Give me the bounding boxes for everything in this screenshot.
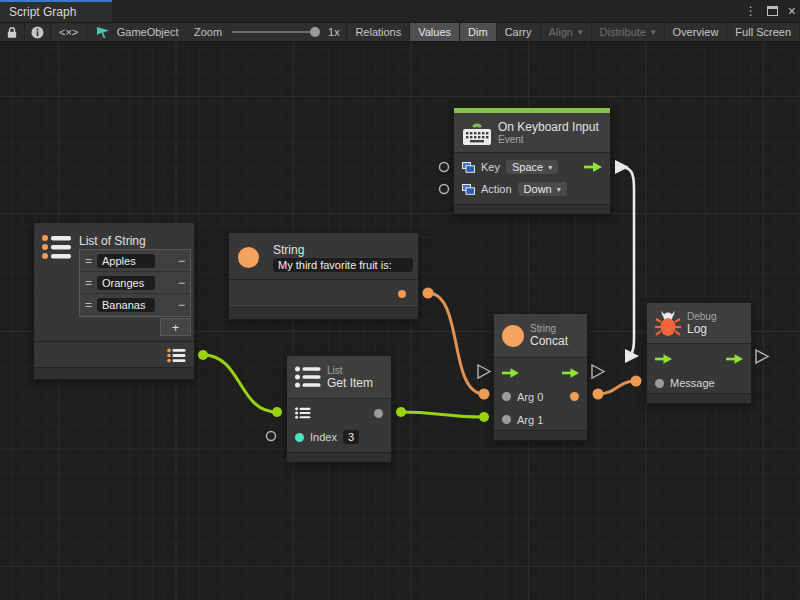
port-list-output[interactable] [198, 350, 208, 360]
add-item-button[interactable]: + [160, 318, 191, 336]
key-dropdown[interactable]: Space [506, 160, 558, 174]
node-get-item[interactable]: List Get Item Index 3 [286, 355, 392, 463]
zoom-slider-handle[interactable] [310, 27, 320, 37]
node-string-literal[interactable]: String My third favorite fruit is: [228, 232, 419, 320]
list-item-field[interactable]: Oranges [97, 276, 155, 290]
drag-handle[interactable]: = [85, 254, 92, 268]
bug-icon [655, 309, 681, 337]
gameobject-reference[interactable]: GameObject [90, 23, 185, 41]
key-label: Key [481, 161, 500, 173]
align-dropdown[interactable]: Align [541, 23, 592, 41]
list-icon-orange [42, 234, 72, 260]
port-keyboard-key-in[interactable] [440, 163, 449, 172]
node-log[interactable]: Debug Log Message [646, 302, 752, 404]
port-getitem-index-in[interactable] [267, 432, 276, 441]
control-in-arrow-icon[interactable] [655, 354, 672, 364]
node-title: On Keyboard Input [498, 120, 599, 134]
dim-button[interactable]: Dim [460, 23, 497, 41]
window-menu-icon[interactable]: ⋮ [745, 4, 757, 18]
node-resize-footer[interactable] [454, 204, 610, 214]
code-icon: <×> [59, 26, 78, 38]
index-value-field[interactable]: 3 [343, 430, 359, 444]
list-input-port-icon[interactable] [295, 407, 311, 419]
zoom-slider[interactable] [232, 23, 318, 41]
wire-concat-to-log[interactable] [598, 381, 636, 394]
string-value-field[interactable]: My third favorite fruit is: [273, 258, 413, 272]
close-icon[interactable]: × [788, 6, 796, 16]
port-keyboard-control-out[interactable] [615, 160, 629, 174]
result-port-icon[interactable] [570, 392, 579, 401]
port-log-control-in[interactable] [625, 349, 639, 363]
string-list-editor: = Apples − = Oranges − = Bananas − [79, 249, 191, 317]
info-button[interactable] [25, 23, 51, 41]
lock-icon [6, 26, 18, 39]
wire-keyboard-to-log[interactable] [620, 167, 634, 356]
tab-title: Script Graph [9, 5, 76, 19]
list-item-field[interactable]: Bananas [97, 298, 155, 312]
port-concat-result[interactable] [593, 389, 604, 400]
drag-handle[interactable]: = [85, 298, 92, 312]
port-concat-arg1-in[interactable] [479, 412, 489, 422]
arg0-label: Arg 0 [517, 391, 543, 403]
values-button[interactable]: Values [410, 23, 460, 41]
arg0-port-icon[interactable] [502, 392, 511, 401]
port-getitem-list-in[interactable] [272, 407, 282, 417]
remove-item-button[interactable]: − [178, 254, 185, 268]
node-title: Log [687, 322, 716, 336]
relations-button[interactable]: Relations [347, 23, 410, 41]
port-string-output[interactable] [423, 288, 434, 299]
keyboard-icon [462, 120, 492, 146]
port-concat-arg0-in[interactable] [479, 389, 490, 400]
list-item-row: = Bananas − [80, 294, 190, 316]
zoom-value: 1x [322, 23, 346, 41]
port-keyboard-action-in[interactable] [440, 185, 449, 194]
index-port-icon[interactable] [295, 433, 304, 442]
maximize-icon[interactable] [767, 6, 778, 16]
tab-script-graph[interactable]: Script Graph [0, 0, 112, 22]
index-label: Index [310, 431, 337, 443]
node-title: Concat [530, 334, 568, 348]
wire-getitem-to-concat[interactable] [401, 412, 484, 417]
info-icon [31, 26, 44, 39]
fullscreen-button[interactable]: Full Screen [727, 23, 800, 41]
control-out-arrow-icon[interactable] [726, 354, 743, 364]
string-output-port-icon[interactable] [398, 290, 406, 298]
control-in-arrow-icon[interactable] [502, 368, 519, 378]
carry-button[interactable]: Carry [497, 23, 541, 41]
port-concat-control-in[interactable] [478, 365, 490, 378]
port-concat-control-out[interactable] [592, 365, 604, 378]
port-log-message-in[interactable] [631, 376, 642, 387]
action-dropdown[interactable]: Down [518, 182, 567, 196]
toolbar: <×> GameObject Zoom 1x Relations Values … [0, 22, 800, 42]
node-concat[interactable]: String Concat Arg 0 [493, 313, 588, 441]
overview-button[interactable]: Overview [665, 23, 728, 41]
drag-handle[interactable]: = [85, 276, 92, 290]
node-on-keyboard-input[interactable]: On Keyboard Input Event Key Space [453, 107, 611, 215]
list-item-field[interactable]: Apples [97, 254, 155, 268]
node-list-of-string[interactable]: List of String = Apples − = Oranges − = … [33, 222, 195, 380]
remove-item-button[interactable]: − [178, 298, 185, 312]
enum-icon [462, 162, 475, 173]
wire-string-to-concat[interactable] [428, 293, 484, 394]
item-output-port-icon[interactable] [374, 409, 383, 418]
port-getitem-output[interactable] [396, 407, 406, 417]
node-resize-footer[interactable] [287, 452, 391, 462]
node-resize-footer[interactable] [494, 430, 587, 440]
message-port-icon[interactable] [655, 379, 664, 388]
remove-item-button[interactable]: − [178, 276, 185, 290]
node-resize-footer[interactable] [34, 367, 194, 379]
control-out-arrow-icon[interactable] [584, 162, 602, 172]
arg1-label: Arg 1 [517, 414, 543, 426]
code-view-button[interactable]: <×> [51, 23, 87, 41]
arg1-port-icon[interactable] [502, 415, 511, 424]
graph-canvas[interactable]: On Keyboard Input Event Key Space [0, 42, 800, 600]
list-output-icon[interactable] [167, 348, 187, 363]
wire-list-to-getitem[interactable] [203, 355, 277, 412]
node-resize-footer[interactable] [229, 307, 418, 319]
distribute-dropdown[interactable]: Distribute [592, 23, 665, 41]
port-log-control-out[interactable] [756, 350, 768, 363]
node-resize-footer[interactable] [647, 393, 751, 403]
lock-button[interactable] [0, 23, 25, 41]
control-out-arrow-icon[interactable] [562, 368, 579, 378]
list-icon-white [295, 366, 321, 388]
